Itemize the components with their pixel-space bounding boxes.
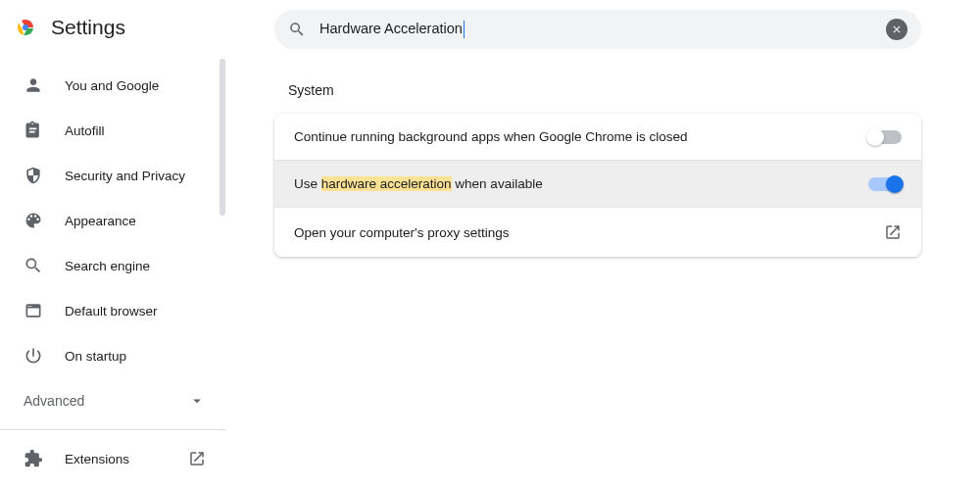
toggle-hardware-acceleration[interactable] bbox=[868, 177, 902, 191]
settings-card: Continue running background apps when Go… bbox=[274, 114, 921, 257]
sidebar-advanced-toggle[interactable]: Advanced bbox=[0, 378, 225, 423]
app-header: Settings bbox=[0, 12, 225, 55]
close-icon bbox=[891, 24, 903, 35]
browser-icon bbox=[24, 301, 43, 320]
setting-label: Use hardware acceleration when available bbox=[294, 176, 543, 191]
extensions-label: Extensions bbox=[65, 452, 129, 466]
open-in-new-icon bbox=[884, 223, 902, 241]
setting-label: Continue running background apps when Go… bbox=[294, 129, 688, 144]
search-icon bbox=[288, 21, 306, 38]
nav-label: On startup bbox=[65, 349, 126, 364]
sidebar-scrollbar[interactable] bbox=[220, 59, 225, 216]
shield-icon bbox=[24, 166, 43, 185]
nav-list: You and Google Autofill Security and Pri… bbox=[0, 55, 225, 378]
sidebar-item-default-browser[interactable]: Default browser bbox=[0, 288, 225, 333]
divider bbox=[0, 429, 225, 430]
sidebar-item-search-engine[interactable]: Search engine bbox=[0, 243, 225, 288]
nav-label: Autofill bbox=[65, 123, 105, 138]
search-highlight: hardware acceleration bbox=[321, 176, 452, 191]
clear-search-button[interactable] bbox=[886, 19, 907, 40]
person-icon bbox=[24, 75, 43, 95]
search-bar[interactable]: Hardware Acceleration bbox=[274, 10, 921, 49]
advanced-label: Advanced bbox=[24, 393, 84, 409]
sidebar-item-you-and-google[interactable]: You and Google bbox=[0, 63, 225, 108]
chrome-logo-icon bbox=[14, 16, 37, 39]
nav-label: Default browser bbox=[65, 304, 158, 318]
nav-label: Security and Privacy bbox=[65, 169, 185, 183]
sidebar-item-about-chrome[interactable]: About Chrome bbox=[0, 481, 225, 490]
extension-icon bbox=[24, 449, 43, 468]
assignment-icon bbox=[24, 121, 43, 140]
setting-row-hardware-acceleration: Use hardware acceleration when available bbox=[274, 160, 921, 207]
setting-row-background-apps: Continue running background apps when Go… bbox=[274, 114, 921, 160]
nav-label: Appearance bbox=[65, 214, 136, 228]
sidebar-item-extensions[interactable]: Extensions bbox=[0, 436, 225, 481]
power-icon bbox=[24, 346, 43, 366]
open-in-new-icon bbox=[188, 450, 206, 467]
main-content: Hardware Acceleration System Continue ru… bbox=[225, 0, 980, 490]
sidebar: Settings You and Google Autofill Securit… bbox=[0, 0, 225, 490]
search-icon bbox=[24, 256, 43, 275]
nav-label: Search engine bbox=[65, 259, 150, 273]
sidebar-item-security[interactable]: Security and Privacy bbox=[0, 153, 225, 198]
palette-icon bbox=[24, 211, 43, 230]
search-input-text[interactable]: Hardware Acceleration bbox=[319, 21, 465, 38]
sidebar-item-autofill[interactable]: Autofill bbox=[0, 108, 225, 153]
setting-row-proxy[interactable]: Open your computer's proxy settings bbox=[274, 207, 921, 257]
section-title: System bbox=[288, 82, 921, 98]
sidebar-item-on-startup[interactable]: On startup bbox=[0, 333, 225, 378]
nav-label: You and Google bbox=[65, 78, 159, 93]
sidebar-item-appearance[interactable]: Appearance bbox=[0, 198, 225, 243]
toggle-background-apps[interactable] bbox=[868, 130, 902, 144]
page-title: Settings bbox=[51, 16, 125, 39]
chevron-down-icon bbox=[188, 392, 206, 410]
setting-label: Open your computer's proxy settings bbox=[294, 225, 509, 240]
